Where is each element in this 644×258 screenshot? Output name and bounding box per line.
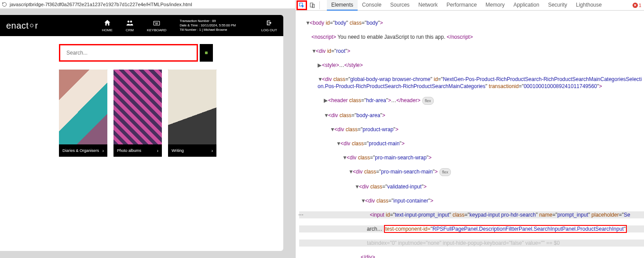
highlighted-attribute: test-component-id="RPSFullPagePanel.Desc… xyxy=(384,225,627,233)
search-input-highlight xyxy=(59,44,198,62)
category-image xyxy=(168,70,216,144)
category-card[interactable]: Photo albums› xyxy=(113,70,162,157)
people-icon xyxy=(126,19,134,27)
inspect-element-icon[interactable] xyxy=(296,0,307,10)
chevron-right-icon: › xyxy=(157,148,158,153)
devtools-tab-network[interactable]: Network xyxy=(414,0,442,11)
svg-rect-2 xyxy=(154,21,160,25)
chevron-right-icon: › xyxy=(212,148,213,153)
search-button[interactable] xyxy=(200,44,213,62)
category-card[interactable]: Diaries & Organisers› xyxy=(59,70,107,157)
devtools-tab-performance[interactable]: Performance xyxy=(442,0,481,11)
svg-rect-4 xyxy=(156,22,157,23)
nav-logout-label: LOG OUT xyxy=(261,28,277,32)
category-label: Diaries & Organisers xyxy=(62,148,99,153)
browser-url-bar: javascriptbridge-7f362df0a2677f2e21a1237… xyxy=(0,0,295,9)
svg-rect-6 xyxy=(155,24,158,25)
svg-point-0 xyxy=(128,21,130,23)
nav-crm[interactable]: CRM xyxy=(126,19,134,32)
nav-home-label: HOME xyxy=(102,28,113,32)
nav-crm-label: CRM xyxy=(126,28,134,32)
error-badge[interactable]: ✕1 xyxy=(633,3,643,8)
svg-rect-3 xyxy=(155,22,156,23)
devtools-tab-lighthouse[interactable]: Lighthouse xyxy=(571,0,606,11)
reload-icon[interactable] xyxy=(1,1,8,8)
nav-logout[interactable]: LOG OUT xyxy=(261,19,277,32)
home-icon xyxy=(103,19,111,27)
search-input[interactable] xyxy=(61,46,196,59)
dom-tree[interactable]: ▼<body id="body" class="body"> <noscript… xyxy=(296,11,644,258)
transaction-info: Transaction Number : 89 Date & Time : 10… xyxy=(179,19,236,32)
category-image xyxy=(59,70,107,144)
devtools-tab-application[interactable]: Application xyxy=(509,0,544,11)
category-image xyxy=(113,70,162,144)
devtools-tab-elements[interactable]: Elements xyxy=(327,0,358,11)
keyboard-icon xyxy=(153,19,161,27)
search-icon xyxy=(205,52,208,54)
category-label: Photo albums xyxy=(117,148,141,153)
devtools-tab-memory[interactable]: Memory xyxy=(481,0,509,11)
devtools-tab-console[interactable]: Console xyxy=(358,0,386,11)
chevron-right-icon: › xyxy=(102,148,104,153)
svg-rect-5 xyxy=(157,22,158,23)
app-frame: enactr HOME CRM KEYBOARD xyxy=(0,15,283,251)
svg-point-1 xyxy=(130,21,132,23)
nav-home[interactable]: HOME xyxy=(102,19,113,32)
logout-icon xyxy=(265,19,273,27)
devtools-tab-sources[interactable]: Sources xyxy=(386,0,414,11)
devtools-toolbar: ElementsConsoleSourcesNetworkPerformance… xyxy=(296,0,644,11)
device-toggle-icon[interactable] xyxy=(307,0,318,10)
logo: enactr xyxy=(6,21,38,31)
devtools-tab-security[interactable]: Security xyxy=(544,0,571,11)
app-header: enactr HOME CRM KEYBOARD xyxy=(0,15,283,36)
nav-keyboard-label: KEYBOARD xyxy=(147,28,166,32)
category-label: Writing xyxy=(172,148,184,153)
category-card[interactable]: Writing› xyxy=(168,70,216,157)
url-text[interactable]: javascriptbridge-7f362df0a2677f2e21a1237… xyxy=(10,2,192,7)
nav-keyboard[interactable]: KEYBOARD xyxy=(147,19,166,32)
app-stage: enactr HOME CRM KEYBOARD xyxy=(0,9,295,258)
